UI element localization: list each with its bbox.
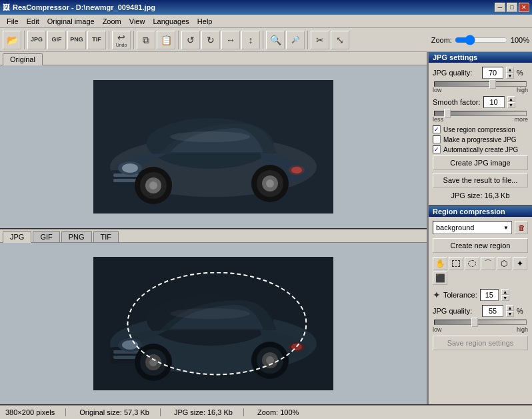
tolerance-up[interactable]: ▲ <box>501 289 509 295</box>
progressive-row: Make a progressive JPG <box>433 135 528 143</box>
zoom-out-button[interactable]: 🔎 <box>286 31 305 49</box>
quality-slider-thumb[interactable] <box>489 79 496 89</box>
menu-view[interactable]: View <box>125 16 149 27</box>
region-quality-up[interactable]: ▲ <box>506 305 514 311</box>
delete-region-button[interactable]: 🗑 <box>515 221 528 234</box>
quality-label: JPG quality: <box>433 69 479 77</box>
toolbar-sep-2 <box>109 31 109 49</box>
status-dimensions: 380×200 pixels <box>5 408 66 416</box>
ellipse-select-tool-button[interactable] <box>465 257 479 270</box>
svg-point-7 <box>122 163 138 173</box>
menu-file[interactable]: File <box>3 16 23 27</box>
tab-jpg[interactable]: JPG <box>3 231 31 243</box>
crop-button[interactable]: ✂ <box>311 31 329 49</box>
region-compression-title: Region compression <box>429 206 532 217</box>
smooth-down[interactable]: ▼ <box>507 102 515 108</box>
tolerance-down[interactable]: ▼ <box>501 295 509 301</box>
titlebar: 🖼 ReaCompressor - D:\newmgr_009481.jpg ─… <box>0 0 532 15</box>
magic-wand-tool-button[interactable]: ✦ <box>513 257 527 270</box>
toolbar-sep-5 <box>263 31 263 49</box>
save-tif-button[interactable]: TIF <box>87 31 106 49</box>
create-jpg-button[interactable]: Create JPG image <box>433 155 528 170</box>
menu-edit[interactable]: Edit <box>23 16 43 27</box>
toolbar-sep-1 <box>24 31 25 49</box>
tab-original[interactable]: Original <box>3 53 43 65</box>
crop-icon: ✂ <box>316 35 324 45</box>
right-panel: JPG settings JPG quality: 70 ▲ ▼ % low h… <box>428 52 532 404</box>
menu-original-image[interactable]: Original image <box>43 16 99 27</box>
resize-button[interactable]: ⤡ <box>331 31 349 49</box>
svg-point-37 <box>170 308 250 319</box>
rotate-left-button[interactable]: ↺ <box>181 31 200 49</box>
save-gif-button[interactable]: GIF <box>47 31 66 49</box>
tolerance-row: ✦ Tolerance: 15 ▲ ▼ <box>433 289 528 301</box>
statusbar: 380×200 pixels Original size: 57,3 Kb JP… <box>0 404 532 419</box>
toolbar-sep-6 <box>307 31 308 49</box>
lasso-tool-button[interactable]: ⌒ <box>481 257 495 270</box>
region-quality-value[interactable]: 55 <box>482 305 503 317</box>
copy-icon: ⧉ <box>143 35 149 45</box>
minimize-button[interactable]: ─ <box>495 3 505 12</box>
use-region-checkbox[interactable]: ✓ <box>433 125 441 133</box>
region-quality-down[interactable]: ▼ <box>506 311 514 317</box>
create-region-button[interactable]: Create new region <box>433 238 528 253</box>
region-quality-slider-thumb[interactable] <box>471 318 478 327</box>
open-button[interactable]: 📂 <box>3 31 21 49</box>
menu-languages[interactable]: Languages <box>149 16 193 27</box>
menu-help[interactable]: Help <box>193 16 217 27</box>
use-region-label: Use region compression <box>443 126 515 133</box>
rotate-right-icon: ↻ <box>207 35 215 45</box>
tab-gif[interactable]: GIF <box>33 231 59 242</box>
jpg-icon: JPG <box>31 37 43 43</box>
region-dropdown[interactable]: background ▼ <box>433 221 512 234</box>
quality-slider-track <box>434 81 527 87</box>
save-jpg-button[interactable]: JPG <box>27 31 46 49</box>
smooth-value[interactable]: 10 <box>483 96 505 108</box>
hand-tool-button[interactable]: ✋ <box>433 257 447 270</box>
svg-point-18 <box>170 131 250 142</box>
rect-select-tool-button[interactable] <box>449 257 463 270</box>
region-quality-slider-labels: low high <box>433 326 528 333</box>
zoom-slider[interactable] <box>455 35 508 45</box>
quality-up[interactable]: ▲ <box>506 67 514 73</box>
svg-point-36 <box>266 356 274 364</box>
paste-button[interactable]: 📋 <box>157 31 175 49</box>
rotate-right-button[interactable]: ↻ <box>201 31 220 49</box>
quality-value[interactable]: 70 <box>482 67 503 79</box>
tab-tif[interactable]: TIF <box>93 231 119 242</box>
auto-create-checkbox[interactable]: ✓ <box>433 145 441 153</box>
save-region-button[interactable]: Save region settings <box>433 336 528 350</box>
flip-h-button[interactable]: ↔ <box>221 31 240 49</box>
gif-icon: GIF <box>52 37 62 43</box>
progressive-checkbox[interactable] <box>433 135 441 143</box>
menu-zoom[interactable]: Zoom <box>99 16 125 27</box>
top-area: Original <box>0 52 427 228</box>
copy-button[interactable]: ⧉ <box>137 31 155 49</box>
smooth-up[interactable]: ▲ <box>507 96 515 102</box>
maximize-button[interactable]: □ <box>507 3 517 12</box>
eraser-tool-button[interactable]: ⬛ <box>433 272 447 285</box>
region-quality-pct: % <box>517 307 523 315</box>
flip-v-button[interactable]: ↕ <box>241 31 260 49</box>
quality-down[interactable]: ▼ <box>506 73 514 79</box>
undo-button[interactable]: ↩ Undo <box>112 31 131 49</box>
tolerance-value[interactable]: 15 <box>480 289 499 301</box>
main-layout: Original <box>0 52 532 404</box>
zoom-in-button[interactable]: 🔍 <box>266 31 285 49</box>
polygon-icon: ⬡ <box>501 259 507 268</box>
tab-png[interactable]: PNG <box>61 231 92 242</box>
dropdown-arrow-icon: ▼ <box>503 225 509 231</box>
title-bar-title: 🖼 ReaCompressor - D:\newmgr_009481.jpg <box>3 3 155 11</box>
tool-buttons-row: ✋ ⌒ ⬡ ✦ ⬛ <box>433 257 528 285</box>
smooth-row: Smooth factor: 10 ▲ ▼ <box>433 96 528 108</box>
undo-icon: ↩ <box>117 33 125 42</box>
jpg-size-label: JPG size: 16,3 Kb <box>433 190 528 201</box>
polygon-tool-button[interactable]: ⬡ <box>497 257 511 270</box>
save-png-button[interactable]: PNG <box>67 31 86 49</box>
toolbar-sep-4 <box>178 31 179 49</box>
close-button[interactable]: ✕ <box>519 3 529 12</box>
smooth-slider-thumb[interactable] <box>444 109 451 118</box>
save-result-button[interactable]: Save the result to file... <box>433 173 528 187</box>
menubar: File Edit Original image Zoom View Langu… <box>0 15 532 28</box>
region-quality-spinners: ▲ ▼ <box>506 305 514 317</box>
